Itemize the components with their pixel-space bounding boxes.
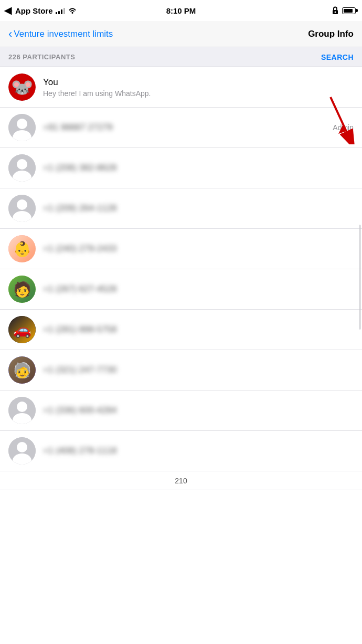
participant-row[interactable]: +1 (208) 382-8628 [0, 148, 362, 188]
participants-header: 226 PARTICIPANTS SEARCH [0, 47, 362, 67]
participant-phone: +1 (209) 264-1128 [43, 203, 354, 214]
carrier-label: App Store [15, 6, 53, 15]
participant-info: +1 (267) 627-4528 [43, 284, 354, 294]
avatar: 👶 [8, 235, 36, 262]
battery-icon [342, 7, 356, 14]
nav-back-label: Venture investment limits [14, 29, 113, 39]
signal-bars [56, 7, 65, 14]
participant-row[interactable]: 👶 +1 (240) 279-2433 [0, 229, 362, 269]
participant-info: +1 (240) 279-2433 [43, 244, 354, 254]
participant-name: You [43, 77, 354, 88]
avatar: 🐭 [8, 73, 36, 101]
participant-phone: +1 (321) 247-7730 [43, 365, 354, 375]
participant-row[interactable]: 🐭 You Hey there! I am using WhatsApp. [0, 67, 362, 108]
participant-info: +1 (208) 382-8628 [43, 163, 354, 173]
svg-point-2 [335, 12, 336, 13]
participant-info: +1 (408) 278-1118 [43, 446, 354, 456]
wifi-icon [68, 7, 77, 14]
avatar [8, 154, 36, 182]
avatar [8, 437, 36, 464]
svg-point-13 [17, 199, 27, 210]
status-time: 8:10 PM [166, 6, 196, 15]
participant-phone: +1 (267) 627-4528 [43, 284, 354, 294]
avatar: 🧑 [8, 276, 36, 303]
svg-point-16 [17, 402, 27, 412]
avatar [8, 114, 36, 141]
svg-point-0 [71, 12, 73, 14]
participant-phone: +1 (408) 278-1118 [43, 446, 354, 456]
status-left: ◀ App Store [4, 5, 77, 16]
avatar [8, 397, 36, 424]
participant-info: +91 98887 27279 [43, 122, 328, 133]
search-button[interactable]: SEARCH [321, 53, 354, 61]
participant-phone: +1 (336) 600-4284 [43, 405, 354, 416]
participant-row[interactable]: +91 98887 27279 Admin [0, 108, 362, 148]
status-bar: ◀ App Store 8:10 PM [0, 0, 362, 21]
svg-point-4 [17, 119, 27, 129]
participant-row[interactable]: +1 (336) 600-4284 [0, 390, 362, 431]
participant-row[interactable]: 🧑 +1 (267) 627-4528 [0, 269, 362, 310]
participant-phone: +1 (240) 279-2433 [43, 244, 354, 254]
participant-info: You Hey there! I am using WhatsApp. [43, 77, 354, 98]
nav-title: Group Info [113, 29, 354, 39]
participant-info: +1 (281) 888-5758 [43, 324, 354, 335]
participant-row: 210 [0, 471, 362, 490]
svg-point-19 [17, 442, 27, 452]
nav-back-button[interactable]: ‹ Venture investment limits [8, 28, 113, 40]
participant-row[interactable]: 🚗 +1 (281) 888-5758 [0, 310, 362, 350]
more-count-label: 210 [175, 477, 187, 485]
participant-row[interactable]: +1 (408) 278-1118 [0, 431, 362, 471]
participant-info: +1 (321) 247-7730 [43, 365, 354, 375]
participant-phone: +1 (208) 382-8628 [43, 163, 354, 173]
avatar: 🚗 [8, 316, 36, 343]
participant-row[interactable]: +1 (209) 264-1128 [0, 188, 362, 229]
participant-phone: +1 (281) 888-5758 [43, 324, 354, 335]
nav-header: ‹ Venture investment limits Group Info [0, 21, 362, 47]
status-back-arrow: ◀ [4, 5, 12, 16]
status-right [332, 6, 356, 15]
lock-icon [332, 6, 339, 15]
avatar [8, 195, 36, 222]
participant-phone: +91 98887 27279 [43, 122, 328, 133]
nav-back-chevron: ‹ [8, 28, 12, 40]
admin-badge: Admin [333, 123, 354, 132]
svg-point-10 [17, 159, 27, 170]
participant-info: +1 (209) 264-1128 [43, 203, 354, 214]
avatar: 🧓 [8, 356, 36, 384]
participants-list: 🐭 You Hey there! I am using WhatsApp. +9… [0, 67, 362, 490]
participant-row[interactable]: 🧓 +1 (321) 247-7730 [0, 350, 362, 390]
participants-count: 226 PARTICIPANTS [8, 53, 75, 61]
scrollbar[interactable] [359, 225, 361, 330]
participant-info: +1 (336) 600-4284 [43, 405, 354, 416]
participant-status: Hey there! I am using WhatsApp. [43, 89, 354, 98]
